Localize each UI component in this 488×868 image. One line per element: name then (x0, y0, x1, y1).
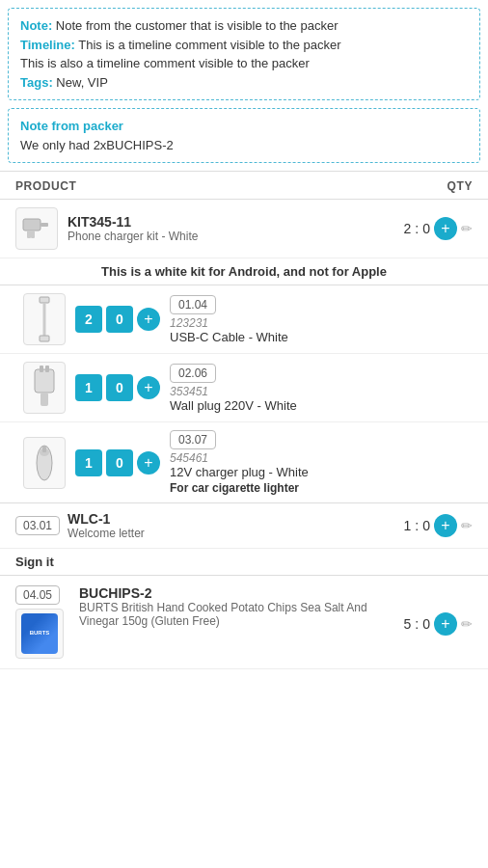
buchips-qty-sep: : (415, 616, 419, 632)
svg-rect-1 (41, 223, 48, 227)
customer-note-line: Note: Note from the customer that is vis… (20, 16, 468, 36)
qty-badge-row-2: 1 0 + (75, 374, 160, 401)
add-qty-button[interactable]: + (434, 217, 457, 240)
sku-badge-buchips: 04.05 (15, 585, 60, 605)
qty-ordered-badge-3: 1 (75, 449, 102, 476)
tags-line: Tags: New, VIP (20, 73, 468, 93)
sub-product-desc: Welcome letter (68, 527, 395, 540)
svg-rect-7 (35, 369, 54, 393)
product-qty: 2 : 0 + ✏ (404, 217, 473, 240)
wlc-add-qty-button[interactable]: + (434, 514, 457, 537)
buchips-code: BUCHIPS-2 (79, 585, 151, 601)
svg-rect-9 (45, 366, 49, 372)
buchips-qty: 5 : 0 + ✏ (404, 612, 473, 636)
packer-note-label: Note from packer (20, 119, 123, 133)
buchips-desc: BURTS British Hand Cooked Potato Chips S… (79, 601, 396, 628)
table-row: 03.01 WLC-1 Welcome letter 1 : 0 + ✏ (0, 503, 488, 549)
charger-kit-icon (19, 211, 54, 246)
packer-note-text-line: We only had 2xBUCHIPS-2 (20, 136, 468, 155)
buchips-qty-packed: 0 (422, 616, 430, 632)
kit-sub-note: For car cigarette lighter (170, 481, 473, 495)
sku-badge-wlc: 03.01 (15, 516, 60, 535)
kit-add-qty-button[interactable]: + (137, 308, 160, 331)
kit-add-qty-button-2[interactable]: + (137, 376, 160, 399)
wall-plug-icon (28, 364, 61, 412)
wlc-edit-icon[interactable]: ✏ (461, 518, 473, 533)
kit-add-qty-button-3[interactable]: + (137, 451, 160, 475)
product-col-header: PRODUCT (15, 179, 77, 193)
customer-note-text: Note from the customer that is visible t… (56, 18, 339, 33)
kit-item-image-3 (23, 437, 66, 489)
qty-packed-badge-2: 0 (106, 374, 133, 401)
qty-col-header: QTY (447, 179, 473, 193)
product-desc: Phone charger kit - White (68, 230, 394, 243)
sub-product-info: WLC-1 Welcome letter (68, 511, 395, 540)
table-row: 04.05 BURTS BUCHIPS-2 BURTS British Hand… (0, 576, 488, 669)
svg-rect-2 (27, 231, 31, 238)
sign-it-note: Sign it (0, 549, 488, 576)
packer-note-label-line: Note from packer (20, 117, 468, 136)
sku-badge: 01.04 (170, 295, 216, 314)
list-item: 2 0 + 01.04 123231 USB-C Cable - White (0, 285, 488, 354)
table-row: KIT345-11 Phone charger kit - White 2 : … (0, 200, 488, 258)
kit-item-controls-3: 1 0 + (75, 449, 160, 476)
sub-product-code: WLC-1 (68, 511, 110, 527)
qty-packed: 0 (422, 221, 430, 236)
tags-text: New, VIP (56, 75, 107, 90)
qty-packed-badge: 0 (106, 306, 133, 333)
svg-rect-4 (40, 297, 49, 303)
kit-note: This is a white kit for Android, and not… (0, 258, 488, 285)
packer-note-box: Note from packer We only had 2xBUCHIPS-2 (8, 108, 480, 163)
timeline-line: Timeline: This is a timeline comment vis… (20, 36, 468, 55)
kit-item-image (23, 293, 66, 345)
kit-item-image-2 (23, 362, 66, 414)
list-item: 1 0 + 03.07 545461 12V charger plug - Wh… (0, 422, 488, 503)
kit-item-name-2: Wall plug 220V - White (170, 398, 473, 413)
packer-note-text: We only had 2xBUCHIPS-2 (20, 138, 174, 152)
tags-label: Tags: (20, 75, 53, 90)
kit-item-info-2: 02.06 353451 Wall plug 220V - White (170, 364, 473, 413)
svg-rect-0 (23, 219, 41, 231)
kit-sku-3: 545461 (170, 451, 473, 465)
usb-cable-icon (30, 295, 59, 343)
buchips-edit-icon[interactable]: ✏ (461, 616, 473, 632)
kit-item-name-3: 12V charger plug - White (170, 465, 473, 479)
wlc-qty-ordered: 1 (404, 518, 412, 533)
cig-charger-icon (25, 439, 64, 487)
sub-product-qty: 1 : 0 + ✏ (404, 514, 473, 537)
timeline-label: Timeline: (20, 38, 75, 52)
kit-sku: 123231 (170, 316, 473, 330)
sku-badge-3: 03.07 (170, 430, 216, 449)
timeline-text: This is a timeline comment visible to th… (78, 38, 340, 52)
timeline-line2: This is also a timeline comment visible … (20, 54, 468, 73)
qty-badge-row: 2 0 + (75, 306, 160, 333)
product-code: KIT345-11 (68, 214, 394, 230)
svg-rect-6 (40, 336, 49, 341)
buchips-info: BUCHIPS-2 BURTS British Hand Cooked Pota… (79, 585, 396, 628)
list-item: 1 0 + 02.06 353451 Wall plug 220V - Whit… (0, 354, 488, 422)
qty-ordered-badge-2: 1 (75, 374, 102, 401)
customer-note-box: Note: Note from the customer that is vis… (8, 8, 480, 100)
kit-item-controls: 2 0 + (75, 306, 160, 333)
kit-item-info-3: 03.07 545461 12V charger plug - White Fo… (170, 430, 473, 495)
kit-item-name: USB-C Cable - White (170, 330, 473, 344)
svg-rect-3 (31, 231, 35, 238)
edit-icon[interactable]: ✏ (461, 221, 473, 236)
qty-ordered-badge: 2 (75, 306, 102, 333)
buchips-qty-ordered: 5 (404, 616, 412, 632)
wlc-qty-sep: : (415, 518, 419, 533)
kit-item-controls-2: 1 0 + (75, 374, 160, 401)
timeline-text2: This is also a timeline comment visible … (20, 56, 310, 70)
svg-rect-8 (40, 366, 43, 372)
svg-rect-13 (42, 447, 46, 452)
buchips-add-qty-button[interactable]: + (434, 612, 457, 636)
sku-badge-2: 02.06 (170, 364, 216, 383)
qty-packed-badge-3: 0 (106, 449, 133, 476)
kit-item-info: 01.04 123231 USB-C Cable - White (170, 295, 473, 344)
qty-ordered: 2 (404, 221, 412, 236)
qty-badge-row-3: 1 0 + (75, 449, 160, 476)
wlc-qty-packed: 0 (422, 518, 430, 533)
product-info: KIT345-11 Phone charger kit - White (68, 214, 394, 243)
product-image (15, 207, 58, 250)
chips-icon: BURTS (21, 613, 58, 654)
